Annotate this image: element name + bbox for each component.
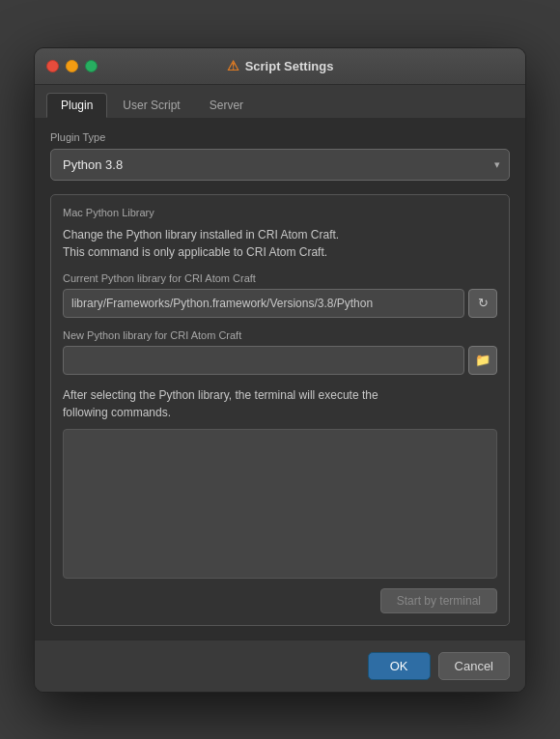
tab-plugin[interactable]: Plugin	[46, 93, 107, 118]
cancel-button[interactable]: Cancel	[438, 652, 510, 680]
current-library-group: Current Python library for CRI Atom Craf…	[63, 272, 497, 318]
script-settings-window: ⚠ Script Settings Plugin User Script Ser…	[34, 47, 526, 693]
title-text: Script Settings	[245, 59, 334, 73]
terminal-output	[63, 429, 497, 579]
main-content: Plugin Type Python 3.8Python 2.7 ▾ Mac P…	[35, 118, 525, 640]
description-text: Change the Python library installed in C…	[63, 226, 497, 261]
after-text-line2: following commands.	[63, 406, 171, 419]
minimize-button[interactable]	[66, 60, 78, 72]
tab-user-script[interactable]: User Script	[109, 93, 193, 118]
title-bar: ⚠ Script Settings	[35, 48, 525, 85]
new-library-input[interactable]	[63, 346, 464, 375]
plugin-type-dropdown[interactable]: Python 3.8Python 2.7	[50, 149, 510, 181]
run-button-row: Start by terminal	[63, 588, 497, 613]
current-library-input-row: ↻	[63, 289, 497, 318]
description-line1: Change the Python library installed in C…	[63, 228, 339, 242]
tab-server[interactable]: Server	[196, 93, 257, 118]
after-text-line1: After selecting the Python library, the …	[63, 388, 378, 402]
bottom-bar: OK Cancel	[35, 640, 525, 692]
folder-button[interactable]: 📁	[468, 346, 497, 375]
plugin-type-section: Plugin Type Python 3.8Python 2.7 ▾	[50, 131, 510, 181]
title-warning-icon: ⚠	[227, 58, 239, 73]
close-button[interactable]	[46, 60, 59, 72]
window-title: ⚠ Script Settings	[227, 58, 334, 73]
mac-python-section-title: Mac Python Library	[63, 207, 497, 218]
refresh-icon: ↻	[478, 296, 489, 310]
after-select-text: After selecting the Python library, the …	[63, 386, 497, 421]
description-line2: This command is only applicable to CRI A…	[63, 245, 327, 259]
new-library-label: New Python library for CRI Atom Craft	[63, 329, 497, 341]
start-terminal-button[interactable]: Start by terminal	[380, 588, 497, 613]
folder-icon: 📁	[475, 353, 490, 367]
current-library-label: Current Python library for CRI Atom Craf…	[63, 272, 497, 284]
new-library-group: New Python library for CRI Atom Craft 📁	[63, 329, 497, 375]
tab-bar: Plugin User Script Server	[35, 85, 525, 118]
new-library-input-row: 📁	[63, 346, 497, 375]
plugin-type-label: Plugin Type	[50, 131, 510, 143]
refresh-button[interactable]: ↻	[468, 289, 497, 318]
ok-button[interactable]: OK	[368, 652, 431, 680]
current-library-input[interactable]	[63, 289, 464, 318]
maximize-button[interactable]	[85, 60, 98, 72]
traffic-lights	[46, 60, 98, 72]
mac-python-library-section: Mac Python Library Change the Python lib…	[50, 194, 510, 626]
dropdown-wrapper: Python 3.8Python 2.7 ▾	[50, 149, 510, 181]
